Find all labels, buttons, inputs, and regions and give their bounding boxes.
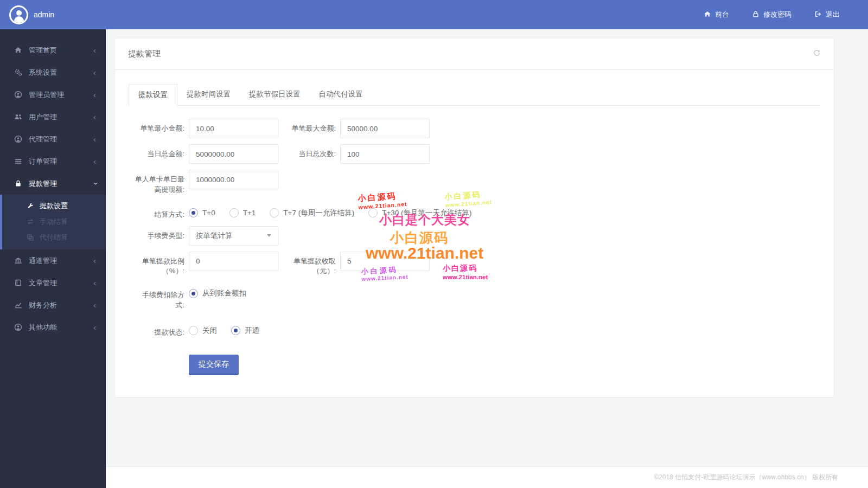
sidebar-item-user-manage[interactable]: 用户管理 ‹ bbox=[0, 106, 106, 128]
radio-icon bbox=[189, 326, 198, 335]
chevron-left-icon: ‹ bbox=[93, 301, 96, 309]
cogs-icon bbox=[14, 68, 22, 77]
chevron-left-icon: ‹ bbox=[93, 91, 96, 99]
user-circle-icon bbox=[14, 135, 22, 144]
withdraw-manage-card: 提款管理 提款设置 提款时间设置 提款节假日设置 自动代付设置 单笔最小金额: … bbox=[114, 38, 834, 397]
lock-icon bbox=[752, 10, 760, 20]
daily-total-input[interactable] bbox=[189, 144, 278, 164]
frontend-link[interactable]: 前台 bbox=[704, 10, 729, 20]
sidebar-item-manual-settle[interactable]: 手动结算 bbox=[2, 214, 106, 229]
sign-out-icon bbox=[814, 10, 822, 20]
status-label: 提款状态: bbox=[133, 323, 184, 338]
chart-line-icon bbox=[14, 301, 22, 310]
tab-auto-pay-settings[interactable]: 自动代付设置 bbox=[310, 84, 372, 106]
chevron-left-icon: ‹ bbox=[93, 68, 96, 76]
max-amount-label: 单笔最大金额: bbox=[288, 119, 336, 134]
home-icon bbox=[14, 46, 22, 55]
topbar: admin 前台 修改密码 退出 bbox=[0, 0, 868, 29]
fee-deduct-label: 手续费扣除方 式: bbox=[133, 285, 184, 311]
card-body: 提款设置 提款时间设置 提款节假日设置 自动代付设置 单笔最小金额: 单笔最大金… bbox=[115, 70, 834, 397]
daily-total-label: 当日总金额: bbox=[133, 144, 184, 159]
chevron-left-icon: ‹ bbox=[93, 157, 96, 165]
sidebar-item-other-functions[interactable]: 其他功能 ‹ bbox=[0, 316, 106, 338]
tab-withdraw-holiday-settings[interactable]: 提款节假日设置 bbox=[240, 84, 310, 106]
sidebar-item-article-manage[interactable]: 文章管理 ‹ bbox=[0, 272, 106, 294]
user-avatar-icon bbox=[9, 5, 28, 24]
fee-type-select[interactable]: 按单笔计算 bbox=[189, 226, 278, 246]
daily-count-label: 当日总次数: bbox=[288, 144, 336, 159]
status-closed-radio[interactable]: 关闭 bbox=[189, 323, 217, 336]
main-content: 提款管理 提款设置 提款时间设置 提款节假日设置 自动代付设置 单笔最小金额: … bbox=[106, 29, 868, 488]
refresh-icon[interactable] bbox=[813, 49, 821, 59]
home-icon bbox=[704, 10, 711, 20]
radio-icon bbox=[229, 208, 239, 217]
chevron-down-icon: ‹ bbox=[91, 182, 99, 185]
settle-t0-radio[interactable]: T+0 bbox=[189, 205, 215, 217]
status-open-radio[interactable]: 开通 bbox=[231, 323, 259, 336]
max-amount-input[interactable] bbox=[340, 119, 430, 138]
brand-name: admin bbox=[34, 10, 54, 19]
page-title: 提款管理 bbox=[128, 49, 161, 59]
brand: admin bbox=[0, 5, 106, 24]
list-icon bbox=[14, 157, 22, 166]
radio-icon bbox=[189, 208, 198, 217]
min-amount-label: 单笔最小金额: bbox=[133, 119, 184, 134]
chevron-left-icon: ‹ bbox=[93, 113, 96, 121]
fee-deduct-from-arrival-radio[interactable]: 从到账金额扣 bbox=[189, 285, 246, 298]
chevron-left-icon: ‹ bbox=[93, 256, 96, 265]
chevron-left-icon: ‹ bbox=[93, 323, 96, 331]
withdraw-submenu: 提款设置 手动结算 代付结算 bbox=[0, 195, 106, 249]
sidebar-item-system-settings[interactable]: 系统设置 ‹ bbox=[0, 61, 106, 84]
bank-icon bbox=[14, 256, 22, 265]
sidebar-item-withdraw-manage[interactable]: 提款管理 ‹ bbox=[0, 172, 106, 195]
sidebar-item-finance-analysis[interactable]: 财务分析 ‹ bbox=[0, 294, 106, 316]
tab-withdraw-time-settings[interactable]: 提款时间设置 bbox=[177, 84, 240, 106]
settle-t1-radio[interactable]: T+1 bbox=[229, 205, 256, 217]
chevron-left-icon: ‹ bbox=[93, 135, 96, 143]
logout-link[interactable]: 退出 bbox=[814, 10, 840, 20]
sidebar-item-admin-manage[interactable]: 管理员管理 ‹ bbox=[0, 84, 106, 106]
sidebar-item-agent-manage[interactable]: 代理管理 ‹ bbox=[0, 128, 106, 150]
fee-fixed-input[interactable] bbox=[340, 252, 430, 271]
fee-percent-label: 单笔提款比例 （%）: bbox=[133, 252, 184, 277]
wrench-icon bbox=[26, 202, 34, 210]
sidebar-item-order-manage[interactable]: 订单管理 ‹ bbox=[0, 150, 106, 172]
sidebar-item-pay-settle[interactable]: 代付结算 bbox=[2, 229, 106, 245]
footer-copyright: ©2018 信恒支付-欧里源码论坛演示（www.ohbbs.cn） 版权所有 bbox=[106, 466, 868, 488]
submit-save-button[interactable]: 提交保存 bbox=[189, 355, 239, 375]
topbar-nav: 前台 修改密码 退出 bbox=[681, 10, 868, 20]
chevron-left-icon: ‹ bbox=[93, 279, 96, 287]
per-card-max-input[interactable] bbox=[189, 170, 278, 189]
lock-icon bbox=[14, 179, 22, 188]
user-circle-icon bbox=[14, 91, 22, 99]
withdraw-settings-form: 单笔最小金额: 单笔最大金额: 当日总金额: 当日总次数: 单人单卡单日最 高提… bbox=[129, 119, 820, 375]
fee-percent-input[interactable] bbox=[189, 252, 278, 271]
clone-icon bbox=[26, 233, 34, 241]
radio-icon bbox=[368, 208, 378, 217]
fee-type-label: 手续费类型: bbox=[133, 226, 184, 241]
tab-withdraw-settings[interactable]: 提款设置 bbox=[129, 84, 177, 106]
chevron-left-icon: ‹ bbox=[93, 46, 96, 54]
sidebar-item-dashboard[interactable]: 管理首页 ‹ bbox=[0, 39, 106, 61]
radio-icon bbox=[231, 326, 240, 335]
fee-fixed-label: 单笔提款收取 （元）: bbox=[288, 252, 336, 277]
sidebar-item-channel-manage[interactable]: 通道管理 ‹ bbox=[0, 249, 106, 272]
caret-down-icon bbox=[267, 234, 271, 237]
settle-t30-radio[interactable]: T+30 (每月第一天允许结算) bbox=[368, 205, 471, 218]
users-icon bbox=[14, 113, 22, 121]
sidebar: 管理首页 ‹ 系统设置 ‹ 管理员管理 ‹ 用户管理 ‹ bbox=[0, 29, 106, 488]
min-amount-input[interactable] bbox=[189, 119, 278, 138]
settle-t7-radio[interactable]: T+7 (每周一允许结算) bbox=[270, 205, 354, 218]
tab-bar: 提款设置 提款时间设置 提款节假日设置 自动代付设置 bbox=[129, 84, 820, 106]
daily-count-input[interactable] bbox=[340, 144, 430, 164]
radio-icon bbox=[270, 208, 279, 217]
card-header: 提款管理 bbox=[115, 38, 834, 70]
settle-mode-label: 结算方式: bbox=[133, 205, 184, 220]
per-card-max-label: 单人单卡单日最 高提现额: bbox=[133, 170, 184, 195]
user-circle-icon bbox=[14, 323, 22, 332]
book-icon bbox=[14, 279, 22, 287]
change-password-link[interactable]: 修改密码 bbox=[752, 10, 792, 20]
exchange-icon bbox=[26, 217, 34, 226]
sidebar-item-withdraw-settings[interactable]: 提款设置 bbox=[2, 198, 106, 214]
radio-icon bbox=[189, 289, 198, 298]
